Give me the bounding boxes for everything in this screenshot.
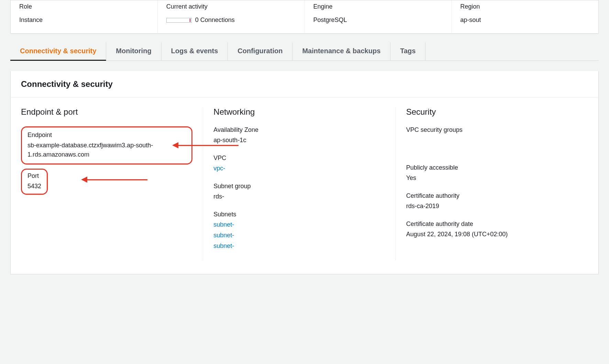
summary-region-col: Region ap-sout [452, 0, 598, 33]
tab-tags[interactable]: Tags [390, 42, 425, 60]
subnet-link[interactable]: subnet- [213, 241, 385, 251]
activity-text: 0 Connections [195, 16, 235, 24]
endpoint-highlight: Endpoint sb-example-database.ctzxfjwawim… [21, 126, 192, 164]
subnet-group-label: Subnet group [213, 183, 385, 190]
ca-date-label: Certificate authority date [406, 220, 578, 228]
activity-value: 0 Connections [166, 16, 296, 24]
security-section: Security VPC security groups Publicly ac… [396, 107, 588, 260]
endpoint-value: sb-example-database.ctzxfjwawim3.ap-sout… [27, 141, 186, 159]
spacer [406, 155, 578, 164]
summary-card: Role Instance Current activity 0 Connect… [10, 0, 599, 34]
endpoint-port-title: Endpoint & port [21, 107, 192, 117]
summary-activity-col: Current activity 0 Connections [158, 0, 305, 33]
public-label: Publicly accessible [406, 164, 578, 171]
port-highlight: Port 5432 [21, 169, 48, 195]
subnet-group-value: rds- [213, 192, 385, 201]
port-label: Port [27, 172, 41, 180]
summary-engine-col: Engine PostgreSQL [305, 0, 452, 33]
vpc-label: VPC [213, 155, 385, 162]
public-value: Yes [406, 173, 578, 183]
tab-connectivity-security[interactable]: Connectivity & security [10, 42, 106, 61]
endpoint-label: Endpoint [27, 132, 186, 139]
panel-title: Connectivity & security [21, 79, 588, 89]
tab-monitoring[interactable]: Monitoring [106, 42, 161, 60]
vpc-sg-label: VPC security groups [406, 126, 578, 134]
arrow-head-icon [81, 177, 87, 183]
arrow-head-icon [172, 142, 178, 148]
summary-role-col: Role Instance [11, 0, 158, 33]
az-label: Availability Zone [213, 126, 385, 134]
port-value: 5432 [27, 182, 41, 191]
vpc-sg-value [406, 136, 578, 145]
connections-bar-icon [166, 18, 192, 23]
endpoint-port-section: Endpoint & port Endpoint sb-example-data… [21, 107, 203, 260]
ca-label: Certificate authority [406, 192, 578, 200]
subnet-link[interactable]: subnet- [213, 220, 385, 229]
ca-date-value: August 22, 2024, 19:08 (UTC+02:00) [406, 230, 578, 239]
security-title: Security [406, 107, 578, 117]
arrow-line-icon [87, 179, 147, 180]
vpc-link[interactable]: vpc- [213, 165, 225, 172]
subnets-list: subnet- subnet- subnet- [213, 220, 385, 251]
subnet-link[interactable]: subnet- [213, 231, 385, 240]
connectivity-panel: Connectivity & security Endpoint & port … [10, 71, 599, 274]
panel-header: Connectivity & security [11, 71, 598, 98]
panel-body: Endpoint & port Endpoint sb-example-data… [11, 98, 598, 274]
region-value: ap-sout [460, 16, 590, 24]
region-label: Region [460, 3, 590, 10]
activity-label: Current activity [166, 3, 296, 10]
tab-configuration[interactable]: Configuration [228, 42, 292, 60]
az-value: ap-south-1c [213, 136, 385, 145]
networking-section: Networking Availability Zone ap-south-1c… [203, 107, 396, 260]
engine-label: Engine [313, 3, 443, 10]
engine-value: PostgreSQL [313, 16, 443, 24]
ca-value: rds-ca-2019 [406, 202, 578, 211]
role-label: Role [19, 3, 149, 10]
tabs: Connectivity & security Monitoring Logs … [10, 42, 599, 61]
tab-maintenance-backups[interactable]: Maintenance & backups [292, 42, 390, 60]
role-value: Instance [19, 16, 149, 24]
vpc-value: vpc- [213, 164, 385, 173]
networking-title: Networking [213, 107, 385, 117]
annotation-arrow-port [81, 177, 147, 183]
subnets-label: Subnets [213, 211, 385, 218]
tab-logs-events[interactable]: Logs & events [162, 42, 228, 60]
